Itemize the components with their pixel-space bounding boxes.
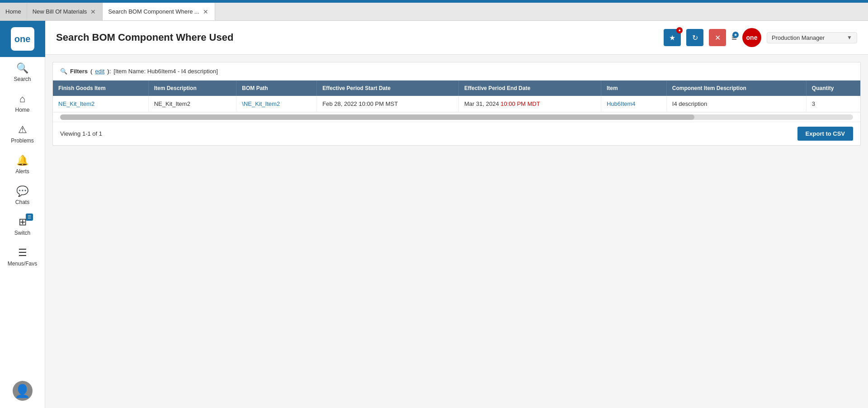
tab-search-bom[interactable]: Search BOM Component Where ... ✕ xyxy=(103,3,215,20)
tab-new-bom[interactable]: New Bill Of Materials ✕ xyxy=(27,3,103,20)
sidebar-item-avatar[interactable]: 👤 xyxy=(0,375,45,408)
page-header: Search BOM Component Where Used ★ ● ↻ ✕ … xyxy=(45,21,868,55)
user-avatar: one xyxy=(742,28,761,47)
table-header: Finish Goods Item Item Description BOM P… xyxy=(53,81,860,96)
filters-paren-open: ( xyxy=(90,68,92,75)
cell-item: Hub6Item4 xyxy=(601,96,666,112)
switch-extra-icon: ☰ xyxy=(26,213,33,221)
warning-icon: ⚠ xyxy=(18,124,27,136)
main-layout: one 🔍 Search ⌂ Home ⚠ Problems 🔔 Alerts … xyxy=(0,21,868,408)
bom-path-link[interactable]: \NE_Kit_Item2 xyxy=(242,100,280,107)
col-item-desc: Item Description xyxy=(148,81,236,96)
data-table: Finish Goods Item Item Description BOM P… xyxy=(53,81,860,112)
refresh-icon: ↻ xyxy=(692,33,698,42)
page-title: Search BOM Component Where Used xyxy=(56,32,233,43)
col-quantity: Quantity xyxy=(806,81,860,96)
notification-dot: ★ xyxy=(732,32,739,38)
sidebar-item-switch-label: Switch xyxy=(14,230,30,236)
user-dropdown[interactable]: Production Manager ▼ xyxy=(767,32,857,43)
col-start-date: Effective Period Start Date xyxy=(317,81,459,96)
header-right: ★ ● ↻ ✕ ≡ ★ one Production Manager xyxy=(664,28,857,47)
sidebar-item-search-label: Search xyxy=(14,76,31,82)
chat-icon: 💬 xyxy=(16,185,28,197)
tab-home[interactable]: Home xyxy=(0,3,27,20)
item-link[interactable]: Hub6Item4 xyxy=(607,100,636,107)
main-content: 🔍 Filters ( edit ): [Item Name: Hub6Item… xyxy=(45,55,868,408)
search-icon: 🔍 xyxy=(16,62,28,74)
viewing-count: Viewing 1-1 of 1 xyxy=(60,130,102,137)
sidebar-item-alerts-label: Alerts xyxy=(15,168,29,175)
cell-component-desc: I4 description xyxy=(666,96,806,112)
sidebar-item-alerts[interactable]: 🔔 Alerts xyxy=(0,149,45,180)
tab-new-bom-close[interactable]: ✕ xyxy=(90,8,97,15)
cell-finish-goods: NE_Kit_Item2 xyxy=(53,96,148,112)
sidebar-item-chats-label: Chats xyxy=(15,199,29,205)
filters-label: Filters xyxy=(70,68,88,75)
star-badge: ● xyxy=(676,27,683,33)
finish-goods-link[interactable]: NE_Kit_Item2 xyxy=(58,100,94,107)
filter-values: [Item Name: Hub6Item4 - I4 description] xyxy=(113,68,217,75)
content-area: Search BOM Component Where Used ★ ● ↻ ✕ … xyxy=(45,21,868,408)
content-panel: 🔍 Filters ( edit ): [Item Name: Hub6Item… xyxy=(52,62,861,146)
star-icon: ★ xyxy=(669,33,675,42)
cell-bom-path: \NE_Kit_Item2 xyxy=(236,96,317,112)
refresh-button[interactable]: ↻ xyxy=(686,29,703,46)
sidebar-item-search[interactable]: 🔍 Search xyxy=(0,57,45,88)
switch-icon: ⊞ xyxy=(19,216,27,228)
col-item: Item xyxy=(601,81,666,96)
col-finish-goods: Finish Goods Item xyxy=(53,81,148,96)
table-container: Finish Goods Item Item Description BOM P… xyxy=(53,81,860,112)
filter-edit-link[interactable]: edit xyxy=(95,68,104,75)
sidebar-item-home-label: Home xyxy=(15,107,29,113)
col-component-desc: Component Item Description xyxy=(666,81,806,96)
cell-start-date: Feb 28, 2022 10:00 PM MST xyxy=(317,96,459,112)
sidebar-item-switch[interactable]: ⊞ ☰ Switch xyxy=(0,211,45,242)
scroll-area xyxy=(53,112,860,122)
sidebar-item-menus[interactable]: ☰ Menus/Favs xyxy=(0,242,45,272)
end-date-warn: 10:00 PM MDT xyxy=(500,100,540,107)
logo-text: one xyxy=(14,34,31,44)
cell-end-date: Mar 31, 2024 10:00 PM MDT xyxy=(459,96,601,112)
logo-box: one xyxy=(11,27,34,51)
table-body: NE_Kit_Item2 NE_Kit_Item2 \NE_Kit_Item2 … xyxy=(53,96,860,112)
bell-icon: 🔔 xyxy=(16,155,28,166)
col-end-date: Effective Period End Date xyxy=(459,81,601,96)
sidebar-item-menus-label: Menus/Favs xyxy=(8,261,37,267)
close-icon: ✕ xyxy=(715,33,721,42)
sidebar-item-home[interactable]: ⌂ Home xyxy=(0,88,45,119)
menu-button[interactable]: ≡ ★ xyxy=(731,33,737,43)
scrollbar-thumb xyxy=(60,114,694,120)
sidebar-item-problems-label: Problems xyxy=(11,138,34,144)
filters-paren-close: ): xyxy=(107,68,111,75)
end-date-text: Mar 31, 2024 xyxy=(464,100,500,107)
tab-home-label: Home xyxy=(5,8,21,15)
close-page-button[interactable]: ✕ xyxy=(709,29,726,46)
sidebar-item-chats[interactable]: 💬 Chats xyxy=(0,180,45,211)
avatar-text: one xyxy=(746,34,758,41)
table-footer: Viewing 1-1 of 1 Export to CSV xyxy=(53,122,860,145)
filter-icon: 🔍 xyxy=(60,68,67,75)
user-avatar-icon: 👤 xyxy=(14,384,30,399)
sidebar: one 🔍 Search ⌂ Home ⚠ Problems 🔔 Alerts … xyxy=(0,21,45,408)
user-name: Production Manager xyxy=(772,34,844,41)
tab-new-bom-label: New Bill Of Materials xyxy=(33,8,87,15)
tab-search-bom-close[interactable]: ✕ xyxy=(202,8,209,15)
col-bom-path: BOM Path xyxy=(236,81,317,96)
favorite-button[interactable]: ★ ● xyxy=(664,29,681,46)
table-row: NE_Kit_Item2 NE_Kit_Item2 \NE_Kit_Item2 … xyxy=(53,96,860,112)
menus-icon: ☰ xyxy=(18,247,27,259)
tab-search-bom-label: Search BOM Component Where ... xyxy=(108,8,199,15)
filters-bar: 🔍 Filters ( edit ): [Item Name: Hub6Item… xyxy=(53,62,860,81)
cell-item-desc: NE_Kit_Item2 xyxy=(148,96,236,112)
export-csv-button[interactable]: Export to CSV xyxy=(797,127,853,141)
sidebar-logo: one xyxy=(0,21,45,57)
cell-quantity: 3 xyxy=(806,96,860,112)
horizontal-scrollbar[interactable] xyxy=(60,114,853,120)
dropdown-arrow-icon: ▼ xyxy=(847,34,852,41)
home-icon: ⌂ xyxy=(19,93,25,105)
tab-bar: Home New Bill Of Materials ✕ Search BOM … xyxy=(0,3,868,21)
sidebar-item-problems[interactable]: ⚠ Problems xyxy=(0,119,45,149)
